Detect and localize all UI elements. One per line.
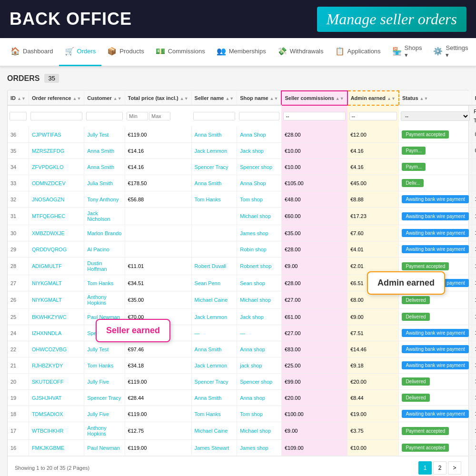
col-commission[interactable]: Seller commissions ▲▼ [281,91,347,105]
ref-link[interactable]: OHWCOZVBG [32,347,67,352]
page-1-button[interactable]: 1 [418,461,432,475]
filter-seller[interactable] [193,112,235,120]
shop-link[interactable]: Tom shop [240,197,263,202]
filter-total-max[interactable] [149,112,170,120]
nav-memberships[interactable]: 👥 Memberships [211,38,272,66]
seller-link[interactable]: Tom Hanks [195,411,221,417]
nav-settings[interactable]: ⚙️ Settings ▾ [427,38,474,66]
ref-link[interactable]: RJHBZKYDY [32,363,63,368]
seller-link[interactable]: Spencer Tracy [195,164,228,170]
ref-link[interactable]: MTFQEGHEC [32,213,65,219]
seller-link[interactable]: Tom Hanks [195,197,221,202]
nav-orders[interactable]: 🛒 Orders [59,38,102,66]
seller-link[interactable]: Sean Penn [195,280,220,286]
ref-link[interactable]: SKUTDEOFF [32,379,64,385]
customer-link[interactable]: Anna Smith [87,164,114,170]
col-id[interactable]: ID ▲▼ [8,91,29,105]
filter-shop[interactable] [239,112,280,120]
ref-link[interactable]: XMBZDWXJE [32,230,65,236]
seller-link[interactable]: Jack Lemmon [195,148,227,154]
ref-link[interactable]: JNOSAOGZN [32,197,64,202]
col-date[interactable]: Date ▲▼ [472,91,476,105]
ref-link[interactable]: TDMSADIOX [32,411,63,417]
customer-link[interactable]: Jully Test [87,132,109,138]
customer-link[interactable]: Dustin Hoffman [87,260,107,272]
shop-link[interactable]: Tom shop [240,411,263,417]
seller-link[interactable]: Anna Smith [195,395,222,401]
ref-link[interactable]: MZRSZEFDG [32,148,64,154]
customer-link[interactable]: Al Pacino [87,247,109,252]
col-total[interactable]: Total price (tax incl.) ▲▼ [125,91,191,105]
ref-link[interactable]: NIYKGMALT [32,280,62,286]
seller-link[interactable]: Anna Smith [195,180,222,186]
filter-customer[interactable] [86,112,123,120]
page-next-button[interactable]: > [448,461,461,475]
customer-link[interactable]: Jack Nicholson [87,210,110,222]
customer-link[interactable]: Anthony Hopkins [87,294,106,306]
shop-link[interactable]: James shop [240,445,268,451]
seller-link[interactable]: James Stewart [195,445,229,451]
customer-link[interactable]: Tom Hanks [87,363,113,368]
ref-link[interactable]: BKWHKZYWC [32,314,67,320]
col-shop[interactable]: Shop name ▲▼ [237,91,282,105]
filter-total-min[interactable] [127,112,148,120]
shop-link[interactable]: Michael shop [240,213,271,219]
shop-link[interactable]: Spencer shop [240,379,272,385]
nav-products[interactable]: 📦 Products [101,38,149,66]
customer-link[interactable]: Julia Smith [87,180,113,186]
shop-link[interactable]: Anna Shop [240,180,266,186]
col-customer[interactable]: Customer ▲▼ [84,91,125,105]
shop-link[interactable]: Jack shop [240,314,264,320]
seller-link[interactable]: Jack Lemmon [195,363,227,368]
customer-link[interactable]: Spencer Tracy [87,395,121,401]
seller-link[interactable]: Michael Caine [195,297,228,303]
ref-link[interactable]: IZHXNNDLA [32,330,61,336]
ref-link[interactable]: QRDDVQROG [32,247,67,252]
shop-link[interactable]: Jack shop [240,148,264,154]
ref-link[interactable]: GJSHJHVAT [32,395,62,401]
shop-link[interactable]: Robnert shop [240,263,271,269]
shop-link[interactable]: Anna shop [240,395,265,401]
customer-link[interactable]: Anthony Hopkins [87,425,106,436]
shop-link[interactable]: Anna Shop [240,132,266,138]
shop-link[interactable]: jack shop [240,363,262,368]
shop-link[interactable]: James shop [240,230,268,236]
ref-link[interactable]: FMKJKGBME [32,445,64,451]
filter-status[interactable]: -- Payment accepted Awaiting bank wire p… [401,111,470,121]
shop-link[interactable]: — [240,330,245,336]
page-2-button[interactable]: 2 [433,461,446,475]
seller-link[interactable]: Anna Smith [195,347,222,352]
customer-link[interactable]: Paul Newman [87,445,119,451]
ref-link[interactable]: WTBCIHKHR [32,428,64,434]
shop-link[interactable]: Michael shop [240,297,271,303]
filter-id[interactable] [10,112,27,120]
customer-link[interactable]: Marlon Brando [87,230,121,236]
ref-link[interactable]: CJPWTIFAS [32,132,61,138]
col-seller[interactable]: Seller name ▲▼ [191,91,237,105]
seller-link[interactable]: Jack Lemmon [195,314,227,320]
ref-link[interactable]: ADIGMULTF [32,263,62,269]
customer-link[interactable]: Jully Test [87,347,109,352]
seller-link[interactable]: — [195,330,200,336]
nav-dashboard[interactable]: 🏠 Dashboard [5,38,59,66]
shop-link[interactable]: Anna shop [240,347,265,352]
nav-shops[interactable]: 🏪 Shops ▾ [387,38,428,66]
customer-link[interactable]: Anna Smith [87,148,114,154]
col-admin[interactable]: Admin earned ▲▼ [347,91,399,105]
seller-link[interactable]: Michael Caine [195,428,228,434]
shop-link[interactable]: Michael shop [240,428,271,434]
seller-link[interactable]: Robert Duvall [195,263,227,269]
ref-link[interactable]: NIYKGMALT [32,297,62,303]
customer-link[interactable]: Tom Hanks [87,280,113,286]
shop-link[interactable]: Robin shop [240,247,267,252]
customer-link[interactable]: Tony Anthony [87,197,119,202]
shop-link[interactable]: Spencer shop [240,164,272,170]
col-status[interactable]: Status ▲▼ [399,91,472,105]
col-ref[interactable]: Order reference ▲▼ [29,91,84,105]
shop-link[interactable]: Sean shop [240,280,265,286]
nav-withdrawals[interactable]: 💸 Withdrawals [272,38,329,66]
customer-link[interactable]: Jully Five [87,411,109,417]
filter-ref[interactable] [30,112,82,120]
nav-applications[interactable]: 📋 Applications [329,38,387,66]
filter-admin[interactable] [349,112,397,120]
